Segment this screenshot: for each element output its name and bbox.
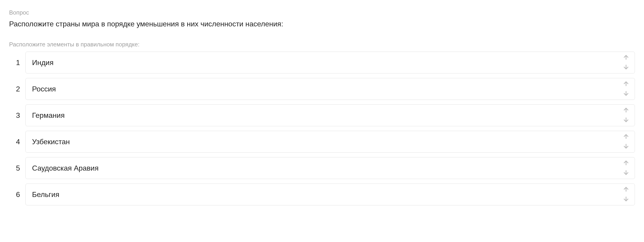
arrow-controls bbox=[622, 133, 630, 151]
arrow-down-icon bbox=[622, 90, 630, 98]
move-down-button[interactable] bbox=[622, 195, 630, 203]
arrow-controls bbox=[622, 106, 630, 124]
sort-item[interactable]: Саудовская Аравия bbox=[26, 157, 635, 179]
move-up-button[interactable] bbox=[622, 185, 630, 194]
sort-item[interactable]: Узбекистан bbox=[26, 131, 635, 153]
sort-row: 2 Россия bbox=[9, 78, 635, 100]
row-number: 1 bbox=[9, 59, 20, 67]
move-up-button[interactable] bbox=[622, 80, 630, 89]
sort-row: 1 Индия bbox=[9, 52, 635, 74]
arrow-up-icon bbox=[622, 159, 630, 167]
arrow-up-icon bbox=[622, 54, 630, 62]
arrow-controls bbox=[622, 54, 630, 72]
arrow-up-icon bbox=[622, 186, 630, 194]
move-down-button[interactable] bbox=[622, 89, 630, 98]
move-up-button[interactable] bbox=[622, 159, 630, 168]
move-up-button[interactable] bbox=[622, 106, 630, 115]
row-number: 4 bbox=[9, 138, 20, 146]
arrow-down-icon bbox=[622, 116, 630, 124]
arrow-down-icon bbox=[622, 63, 630, 71]
sort-row: 4 Узбекистан bbox=[9, 131, 635, 153]
arrow-down-icon bbox=[622, 169, 630, 177]
row-number: 3 bbox=[9, 111, 20, 120]
sort-item[interactable]: Германия bbox=[26, 104, 635, 126]
sort-item[interactable]: Бельгия bbox=[26, 183, 635, 205]
item-label: Россия bbox=[32, 85, 56, 93]
sort-item[interactable]: Россия bbox=[26, 78, 635, 100]
arrow-controls bbox=[622, 80, 630, 98]
question-text: Расположите страны мира в порядке уменьш… bbox=[9, 20, 635, 28]
arrow-up-icon bbox=[622, 133, 630, 141]
sort-row: 3 Германия bbox=[9, 104, 635, 126]
item-label: Узбекистан bbox=[32, 138, 70, 146]
item-label: Германия bbox=[32, 111, 64, 120]
sort-list: 1 Индия 2 Россия bbox=[9, 52, 635, 205]
sort-row: 5 Саудовская Аравия bbox=[9, 157, 635, 179]
move-down-button[interactable] bbox=[622, 116, 630, 124]
move-down-button[interactable] bbox=[622, 142, 630, 151]
row-number: 5 bbox=[9, 164, 20, 172]
row-number: 2 bbox=[9, 85, 20, 93]
item-label: Индия bbox=[32, 59, 54, 67]
arrow-up-icon bbox=[622, 80, 630, 88]
question-label: Вопрос bbox=[9, 9, 635, 16]
sort-item[interactable]: Индия bbox=[26, 52, 635, 74]
item-label: Бельгия bbox=[32, 190, 59, 199]
arrow-up-icon bbox=[622, 107, 630, 115]
move-up-button[interactable] bbox=[622, 54, 630, 62]
arrow-controls bbox=[622, 159, 630, 177]
sort-row: 6 Бельгия bbox=[9, 183, 635, 205]
arrow-controls bbox=[622, 185, 630, 203]
arrow-down-icon bbox=[622, 195, 630, 203]
move-down-button[interactable] bbox=[622, 168, 630, 177]
row-number: 6 bbox=[9, 190, 20, 199]
item-label: Саудовская Аравия bbox=[32, 164, 98, 172]
move-up-button[interactable] bbox=[622, 133, 630, 141]
arrow-down-icon bbox=[622, 142, 630, 150]
move-down-button[interactable] bbox=[622, 63, 630, 72]
instruction-label: Расположите элементы в правильном порядк… bbox=[9, 41, 635, 48]
